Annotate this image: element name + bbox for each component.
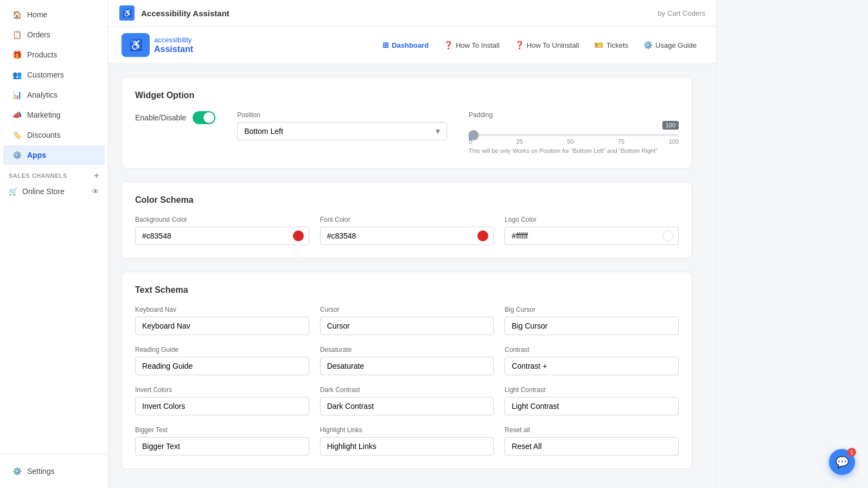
app-nav-tickets[interactable]: 🎫 Tickets (588, 37, 635, 53)
big-cursor-input[interactable] (505, 317, 679, 335)
background-color-group: Background Color (135, 216, 309, 245)
enable-label: Enable/Disable (135, 113, 186, 122)
text-field-light-contrast: Light Contrast (505, 386, 679, 415)
desaturate-input[interactable] (320, 357, 494, 375)
sidebar-item-orders[interactable]: 📋 Orders (3, 25, 105, 44)
sidebar-item-apps[interactable]: ⚙️ Apps (3, 145, 105, 165)
widget-option-title: Widget Option (135, 91, 679, 100)
logo-color-input[interactable] (505, 227, 679, 245)
chat-badge: 1 (847, 448, 856, 457)
text-schema-section: Text Schema Keyboard Nav Cursor Big Curs… (122, 272, 692, 469)
sidebar-item-marketing[interactable]: 📣 Marketing (3, 105, 105, 125)
right-panel (716, 0, 868, 488)
bg-color-input-wrap (135, 227, 309, 245)
analytics-icon: 📊 (12, 90, 22, 100)
app-nav-how-to-install[interactable]: ❓ How To Install (437, 37, 506, 53)
chat-icon: 💬 (835, 455, 849, 468)
color-row: Background Color Font Color (135, 216, 679, 245)
sidebar-item-discounts[interactable]: 🏷️ Discounts (3, 125, 105, 145)
padding-label: Padding (469, 111, 679, 119)
logo-color-group: Logo Color (505, 216, 679, 245)
font-color-group: Font Color (320, 216, 494, 245)
keyboard-nav-input[interactable] (135, 317, 309, 335)
position-select[interactable]: Bottom LeftBottom RightTop LeftTop Right (237, 122, 447, 140)
how-to-install-nav-label: How To Install (456, 41, 500, 49)
topbar-title: Accessibility Assistant (141, 9, 229, 18)
text-field-reading-guide: Reading Guide (135, 346, 309, 375)
bg-color-dot[interactable] (293, 230, 304, 241)
sidebar-item-analytics[interactable]: 📊 Analytics (3, 85, 105, 105)
bg-color-label: Background Color (135, 216, 309, 223)
eye-icon: 👁 (92, 187, 99, 196)
cursor-input[interactable] (320, 317, 494, 335)
store-icon: 🛒 (9, 187, 18, 196)
discounts-icon: 🏷️ (12, 130, 22, 140)
highlight-links-label: Highlight Links (320, 426, 494, 434)
font-color-label: Font Color (320, 216, 494, 223)
cursor-label: Cursor (320, 306, 494, 313)
sidebar-item-settings[interactable]: ⚙️ Settings (3, 461, 105, 481)
position-select-wrap: Bottom LeftBottom RightTop LeftTop Right… (237, 122, 447, 140)
dark-contrast-input[interactable] (320, 397, 494, 415)
sidebar-item-online-store[interactable]: 🛒 Online Store 👁 (0, 183, 108, 200)
big-cursor-label: Big Cursor (505, 306, 679, 313)
widget-row: Enable/Disable Position Bottom LeftBotto… (135, 111, 679, 155)
sidebar-item-products[interactable]: 🎁 Products (3, 45, 105, 65)
color-schema-title: Color Schema (135, 195, 679, 205)
reset-all-input[interactable] (505, 437, 679, 455)
bigger-text-label: Bigger Text (135, 426, 309, 434)
usage-guide-nav-label: Usage Guide (655, 41, 697, 49)
dashboard-nav-label: Dashboard (392, 41, 429, 49)
bigger-text-input[interactable] (135, 437, 309, 455)
tickets-nav-icon: 🎫 (594, 41, 603, 49)
how-to-install-nav-icon: ❓ (444, 41, 453, 49)
sales-channels-label: SALES CHANNELS + (0, 165, 108, 183)
invert-colors-input[interactable] (135, 397, 309, 415)
keyboard-nav-label: Keyboard Nav (135, 306, 309, 313)
bg-color-input[interactable] (135, 227, 309, 245)
logo-color-label: Logo Color (505, 216, 679, 223)
chat-bubble[interactable]: 💬 1 (829, 449, 855, 475)
text-field-highlight-links: Highlight Links (320, 426, 494, 455)
invert-colors-label: Invert Colors (135, 386, 309, 394)
content-wrapper: Widget Option Enable/Disable Position Bo… (108, 64, 705, 488)
slider-thumb[interactable] (469, 130, 478, 140)
topbar-right: by Cart Coders (658, 9, 705, 17)
app-logo-text: accessibility Assistant (154, 36, 193, 55)
slider-track: 100 0 (469, 134, 679, 136)
position-label: Position (237, 111, 447, 119)
font-color-input[interactable] (320, 227, 494, 245)
app-nav-dashboard[interactable]: ⊞ Dashboard (376, 37, 435, 53)
light-contrast-label: Light Contrast (505, 386, 679, 394)
footer-row: Save Preview (122, 482, 692, 488)
app-nav-how-to-uninstall[interactable]: ❓ How To Uninstall (508, 37, 586, 53)
contrast-input[interactable] (505, 357, 679, 375)
enable-toggle[interactable] (193, 111, 215, 124)
light-contrast-input[interactable] (505, 397, 679, 415)
orders-icon: 📋 (12, 30, 22, 40)
app-logo-icon: ♿ (122, 33, 150, 57)
logo-color-input-wrap (505, 227, 679, 245)
sidebar-item-home[interactable]: 🏠 Home (3, 5, 105, 24)
reading-guide-input[interactable] (135, 357, 309, 375)
apps-icon: ⚙️ (12, 150, 22, 160)
padding-group: Padding 100 0 0 25 50 75 100 (469, 111, 679, 155)
highlight-links-input[interactable] (320, 437, 494, 455)
settings-icon: ⚙️ (12, 466, 22, 476)
sidebar-item-customers[interactable]: 👥 Customers (3, 65, 105, 85)
color-schema-section: Color Schema Background Color Font Color (122, 182, 692, 259)
products-icon: 🎁 (12, 50, 22, 60)
sidebar-footer: ⚙️ Settings (0, 454, 108, 488)
main-content: ♿ Accessibility Assistant by Cart Coders… (108, 0, 716, 488)
topbar: ♿ Accessibility Assistant by Cart Coders (108, 0, 716, 27)
customers-icon: 👥 (12, 70, 22, 80)
add-channel-button[interactable]: + (94, 171, 99, 181)
text-schema-grid: Keyboard Nav Cursor Big Cursor Reading G… (135, 306, 679, 455)
reset-all-label: Reset all (505, 426, 679, 434)
sidebar-nav: 🏠 Home 📋 Orders 🎁 Products 👥 Customers 📊… (0, 0, 108, 454)
position-group: Position Bottom LeftBottom RightTop Left… (237, 111, 447, 140)
usage-guide-nav-icon: ⚙️ (643, 41, 653, 49)
text-field-dark-contrast: Dark Contrast (320, 386, 494, 415)
app-nav-usage-guide[interactable]: ⚙️ Usage Guide (637, 37, 703, 53)
app-logo: ♿ accessibility Assistant (122, 33, 193, 57)
